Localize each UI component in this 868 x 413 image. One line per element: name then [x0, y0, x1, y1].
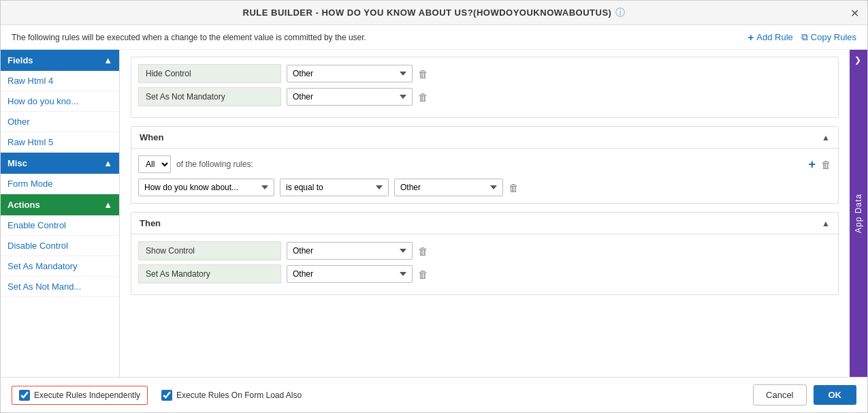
action-select-hide-control[interactable]: Other [287, 65, 413, 82]
when-add-button[interactable]: + [808, 158, 816, 170]
when-title: When [140, 132, 163, 142]
fields-label: Fields [7, 55, 33, 65]
condition-delete-button[interactable]: 🗑 [509, 182, 519, 194]
when-section-header: When ▲ [131, 127, 838, 149]
when-row: All of the following rules: + 🗑 [138, 155, 831, 173]
misc-collapse-icon: ▲ [103, 158, 112, 168]
then-section-body: Show Control Other 🗑 Set As Mandatory Ot… [131, 234, 838, 294]
then-collapse-button[interactable]: ▲ [822, 219, 830, 228]
condition-value-select[interactable]: Other [394, 179, 503, 196]
info-icon[interactable]: ⓘ [615, 7, 625, 19]
action-label-hide-control: Hide Control [138, 64, 281, 83]
action-select-not-mandatory[interactable]: Other [287, 88, 413, 106]
modal-subheader: The following rules will be executed whe… [1, 25, 867, 50]
modal-title: RULE BUILDER - HOW DO YOU KNOW ABOUT US?… [243, 7, 612, 18]
copy-rules-label: Copy Rules [811, 32, 856, 42]
then-select-show-control[interactable]: Other [287, 242, 413, 260]
sidebar: Fields ▲ Raw Html 4 How do you kno... Ot… [1, 50, 120, 377]
when-delete-button[interactable]: 🗑 [821, 159, 831, 170]
right-sidebar[interactable]: ❯ App Data [850, 50, 867, 377]
then-section-header: Then ▲ [131, 213, 838, 234]
then-row-0: Show Control Other 🗑 [138, 241, 831, 260]
all-select[interactable]: All [138, 155, 171, 173]
delete-action-0[interactable]: 🗑 [418, 68, 428, 80]
right-sidebar-label: App Data [854, 194, 863, 233]
add-rule-button[interactable]: + Add Rule [748, 31, 793, 43]
actions-label: Actions [7, 200, 40, 210]
copy-icon: ⧉ [801, 31, 808, 43]
then-label-set-mandatory: Set As Mandatory [138, 264, 281, 284]
ok-button[interactable]: OK [814, 385, 857, 405]
when-collapse-button[interactable]: ▲ [822, 133, 830, 142]
add-rule-label: Add Rule [756, 32, 792, 42]
sidebar-item-other[interactable]: Other [1, 112, 119, 132]
when-section: When ▲ All of the following rules: + 🗑 [131, 126, 839, 204]
then-section: Then ▲ Show Control Other 🗑 Set As Manda… [131, 212, 839, 295]
subheader-text: The following rules will be executed whe… [12, 33, 366, 42]
fields-collapse-icon: ▲ [103, 55, 112, 65]
plus-icon: + [748, 31, 754, 43]
action-row-1: Set As Not Mandatory Other 🗑 [138, 87, 831, 106]
close-button[interactable]: ✕ [850, 6, 859, 19]
execute-on-load-label: Execute Rules On Form Load Also [176, 391, 302, 400]
when-section-body: All of the following rules: + 🗑 How do y… [131, 149, 838, 203]
sidebar-item-set-as-mandatory[interactable]: Set As Mandatory [1, 256, 119, 277]
then-label-show-control: Show Control [138, 241, 281, 260]
top-actions-body: Hide Control Other 🗑 Set As Not Mandator… [131, 57, 838, 117]
then-select-set-mandatory[interactable]: Other [287, 265, 413, 283]
sidebar-item-set-as-not-mandatory[interactable]: Set As Not Mand... [1, 277, 119, 297]
then-delete-0[interactable]: 🗑 [418, 245, 428, 257]
main-content: Hide Control Other 🗑 Set As Not Mandator… [120, 50, 850, 377]
modal-header: RULE BUILDER - HOW DO YOU KNOW ABOUT US?… [1, 1, 867, 25]
right-expand-icon: ❯ [854, 55, 863, 65]
action-row-0: Hide Control Other 🗑 [138, 64, 831, 83]
modal-body: Fields ▲ Raw Html 4 How do you kno... Ot… [1, 50, 867, 377]
sidebar-item-form-mode[interactable]: Form Mode [1, 174, 119, 194]
execute-independently-group: Execute Rules Independently [12, 386, 148, 405]
condition-field-select[interactable]: How do you know about... [138, 179, 274, 196]
copy-rules-button[interactable]: ⧉ Copy Rules [801, 31, 856, 43]
execute-on-load-checkbox[interactable] [161, 390, 172, 401]
actions-collapse-icon: ▲ [103, 200, 112, 210]
then-delete-1[interactable]: 🗑 [418, 269, 428, 280]
sidebar-actions-header[interactable]: Actions ▲ [1, 194, 119, 215]
sidebar-item-disable-control[interactable]: Disable Control [1, 236, 119, 256]
sidebar-item-raw-html-5[interactable]: Raw Html 5 [1, 132, 119, 153]
sidebar-item-how-do-you-know[interactable]: How do you kno... [1, 91, 119, 112]
top-actions-section: Hide Control Other 🗑 Set As Not Mandator… [131, 57, 839, 118]
condition-operator-select[interactable]: is equal to [280, 179, 389, 196]
subheader-actions: + Add Rule ⧉ Copy Rules [748, 31, 856, 43]
then-title: Then [140, 218, 161, 228]
sidebar-item-raw-html-4[interactable]: Raw Html 4 [1, 71, 119, 91]
misc-label: Misc [7, 158, 27, 168]
sidebar-fields-header[interactable]: Fields ▲ [1, 50, 119, 71]
sidebar-item-enable-control[interactable]: Enable Control [1, 215, 119, 236]
of-following-label: of the following rules: [176, 159, 253, 169]
then-row-1: Set As Mandatory Other 🗑 [138, 264, 831, 284]
modal-container: RULE BUILDER - HOW DO YOU KNOW ABOUT US?… [0, 0, 868, 413]
when-condition-row: How do you know about... is equal to Oth… [138, 179, 831, 196]
footer-right: Cancel OK [753, 384, 856, 406]
cancel-button[interactable]: Cancel [753, 384, 806, 406]
execute-independently-label: Execute Rules Independently [34, 391, 140, 400]
delete-action-1[interactable]: 🗑 [418, 91, 428, 103]
footer-left: Execute Rules Independently Execute Rule… [12, 386, 302, 405]
sidebar-misc-header[interactable]: Misc ▲ [1, 153, 119, 174]
modal-footer: Execute Rules Independently Execute Rule… [1, 377, 867, 412]
action-label-set-not-mandatory: Set As Not Mandatory [138, 87, 281, 106]
execute-on-load-group: Execute Rules On Form Load Also [161, 390, 302, 401]
execute-independently-checkbox[interactable] [19, 390, 30, 401]
